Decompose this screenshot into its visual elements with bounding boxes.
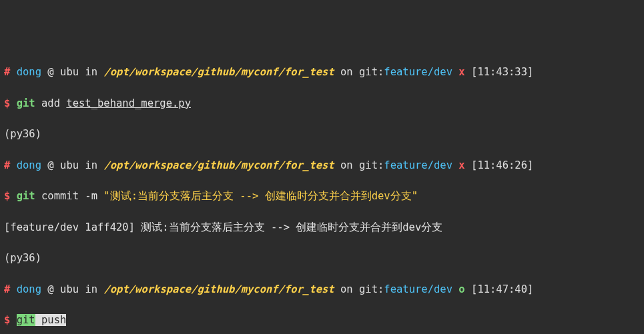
commit-output: [feature/dev 1aff420] 测试:当前分支落后主分支 --> 创…	[4, 220, 640, 235]
env-line: (py36)	[4, 127, 640, 142]
prompt-status: x	[458, 66, 464, 78]
cmd-git-highlight: git	[17, 314, 35, 326]
prompt-line-1: # dong @ ubu in /opt/workspace/github/my…	[4, 65, 640, 80]
cmd-arg-file: test_behand_merge.py	[66, 97, 191, 109]
command-line-1: $ git add test_behand_merge.py	[4, 96, 640, 111]
prompt-hash: #	[4, 66, 10, 78]
prompt-branch: feature/dev	[384, 66, 452, 78]
prompt-line-3: # dong @ ubu in /opt/workspace/github/my…	[4, 282, 640, 297]
prompt-host: ubu	[60, 66, 79, 78]
prompt-time: [11:43:33]	[471, 66, 533, 78]
prompt-line-2: # dong @ ubu in /opt/workspace/github/my…	[4, 158, 640, 173]
commit-message: "测试:当前分支落后主分支 --> 创建临时分支并合并到dev分支"	[103, 190, 418, 202]
cmd-git: git	[17, 97, 35, 109]
command-line-3: $ git push	[4, 313, 640, 328]
cmd-push-highlight: push	[41, 314, 66, 326]
prompt-user: dong	[17, 66, 41, 78]
env-line: (py36)	[4, 251, 640, 266]
prompt-path: /opt/workspace/github/myconf/for_test	[103, 66, 334, 78]
terminal[interactable]: { "p1": { "hash":"#","user":"dong","at":…	[0, 0, 644, 334]
command-line-2: $ git commit -m "测试:当前分支落后主分支 --> 创建临时分支…	[4, 189, 640, 204]
